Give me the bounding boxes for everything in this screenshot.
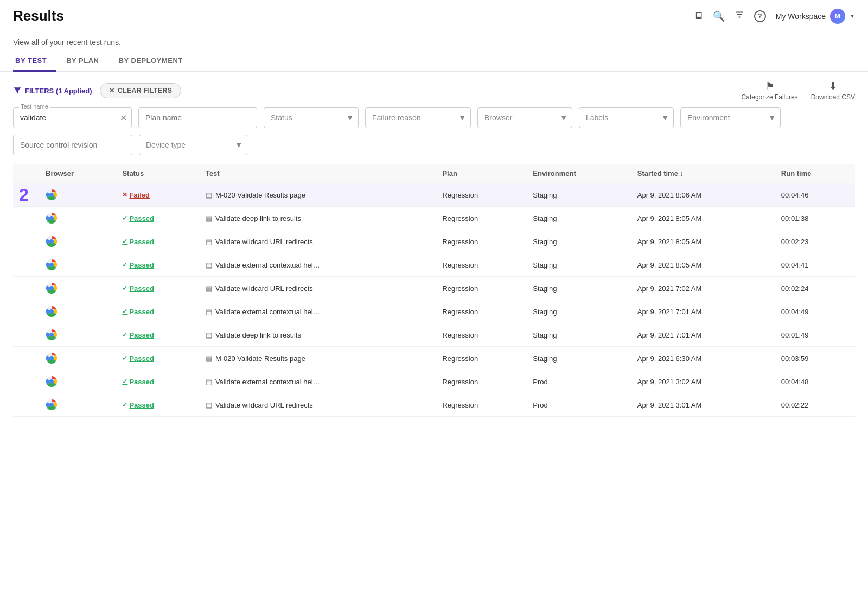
plan-cell: Regression (436, 183, 526, 207)
runtime-cell: 00:01:49 (775, 323, 855, 347)
check-icon: ✓ (122, 308, 127, 315)
results-table: Browser Status Test Plan Environment Sta… (13, 164, 855, 417)
tab-by-deployment[interactable]: BY DEPLOYMENT (117, 50, 193, 72)
test-cell: ▤Validate external contextual hel… (199, 253, 436, 277)
table-row: ✓ Passed▤Validate wildcard URL redirects… (13, 230, 855, 253)
test-name-text: Validate wildcard URL redirects (215, 401, 313, 409)
environment-cell: Staging (526, 230, 630, 253)
runtime-cell: 00:03:59 (775, 347, 855, 370)
browser-select[interactable]: Browser Chrome Firefox Safari (478, 108, 572, 128)
monitor-icon[interactable]: 🖥 (693, 10, 703, 22)
test-name-text: Validate deep link to results (215, 214, 301, 222)
status-passed[interactable]: ✓ Passed (122, 308, 193, 316)
svg-point-23 (50, 357, 53, 360)
status-cell[interactable]: ✓ Passed (116, 323, 199, 347)
filter-icon[interactable] (735, 10, 744, 22)
table-row: ✓ Passed▤Validate wildcard URL redirects… (13, 277, 855, 300)
failure-reason-select[interactable]: Failure reason (366, 108, 470, 128)
chrome-icon (46, 212, 58, 224)
status-passed[interactable]: ✓ Passed (122, 378, 193, 386)
row-number: 2 (13, 183, 39, 207)
status-failed[interactable]: ✕ Failed (122, 191, 193, 199)
status-passed[interactable]: ✓ Passed (122, 214, 193, 222)
th-status: Status (116, 164, 199, 183)
clear-x-icon: ✕ (109, 87, 115, 94)
status-passed[interactable]: ✓ Passed (122, 238, 193, 246)
started-time-cell: Apr 9, 2021 8:05 AM (631, 253, 775, 277)
page-title: Results (13, 8, 64, 24)
table-row: 2 ✕ Failed▤M-020 Validate Results pageRe… (13, 183, 855, 207)
status-select[interactable]: Status Passed Failed (264, 108, 358, 128)
started-time-cell: Apr 9, 2021 3:01 AM (631, 393, 775, 417)
test-name-clear-icon[interactable]: ✕ (120, 113, 127, 123)
status-cell[interactable]: ✓ Passed (116, 277, 199, 300)
status-passed[interactable]: ✓ Passed (122, 261, 193, 269)
test-icon: ▤ (206, 284, 212, 293)
started-time-cell: Apr 9, 2021 3:02 AM (631, 370, 775, 393)
test-cell: ▤Validate deep link to results (199, 207, 436, 230)
table-header-row: Browser Status Test Plan Environment Sta… (13, 164, 855, 183)
status-passed[interactable]: ✓ Passed (122, 401, 193, 409)
svg-point-29 (50, 403, 53, 406)
test-name-input[interactable] (14, 108, 131, 128)
filters-right: ⚑ Categorize Failures ⬇ Download CSV (742, 80, 855, 101)
status-cell[interactable]: ✓ Passed (116, 253, 199, 277)
chrome-icon (46, 189, 58, 201)
status-cell[interactable]: ✓ Passed (116, 393, 199, 417)
row-number (13, 300, 39, 323)
row-number (13, 393, 39, 417)
row-number (13, 230, 39, 253)
environment-select[interactable]: Environment Staging Prod (681, 108, 780, 128)
status-passed[interactable]: ✓ Passed (122, 284, 193, 293)
plan-cell: Regression (436, 253, 526, 277)
test-icon: ▤ (206, 238, 212, 246)
browser-cell (39, 230, 116, 253)
filters-label[interactable]: FILTERS (1 Applied) (13, 86, 92, 96)
source-control-field (13, 135, 132, 155)
status-cell[interactable]: ✓ Passed (116, 207, 199, 230)
categorize-failures-button[interactable]: ⚑ Categorize Failures (742, 80, 798, 101)
status-cell[interactable]: ✓ Passed (116, 347, 199, 370)
search-icon[interactable]: 🔍 (713, 10, 725, 22)
plan-name-input[interactable] (139, 108, 257, 128)
tab-by-test[interactable]: BY TEST (13, 50, 56, 72)
filter-inputs: Test name ✕ Status Passed Failed ▼ Failu… (0, 107, 868, 164)
labels-select[interactable]: Labels (579, 108, 673, 128)
environment-cell: Staging (526, 183, 630, 207)
test-cell: ▤M-020 Validate Results page (199, 347, 436, 370)
browser-cell (39, 323, 116, 347)
environment-cell: Prod (526, 370, 630, 393)
chrome-icon (46, 306, 58, 317)
status-cell[interactable]: ✓ Passed (116, 300, 199, 323)
table-row: ✓ Passed▤Validate deep link to resultsRe… (13, 207, 855, 230)
test-name-text: Validate wildcard URL redirects (215, 238, 313, 246)
status-cell[interactable]: ✕ Failed (116, 183, 199, 207)
help-icon[interactable]: ? (754, 10, 766, 22)
started-time-cell: Apr 9, 2021 7:01 AM (631, 323, 775, 347)
status-passed[interactable]: ✓ Passed (122, 331, 193, 339)
results-table-container: Browser Status Test Plan Environment Sta… (0, 164, 868, 417)
th-started-time[interactable]: Started time ↓ (631, 164, 775, 183)
clear-filters-button[interactable]: ✕ CLEAR FILTERS (100, 83, 182, 98)
environment-cell: Staging (526, 300, 630, 323)
chrome-icon (46, 259, 58, 271)
check-icon: ✓ (122, 401, 127, 409)
test-cell: ▤Validate wildcard URL redirects (199, 277, 436, 300)
status-cell[interactable]: ✓ Passed (116, 230, 199, 253)
svg-point-17 (50, 310, 53, 313)
plan-cell: Regression (436, 370, 526, 393)
status-passed[interactable]: ✓ Passed (122, 354, 193, 363)
check-icon: ✓ (122, 261, 127, 269)
source-control-input[interactable] (14, 135, 131, 155)
chrome-icon (46, 399, 58, 411)
browser-cell (39, 277, 116, 300)
test-icon: ▤ (206, 401, 212, 409)
status-cell[interactable]: ✓ Passed (116, 370, 199, 393)
test-name-float-label: Test name (19, 103, 50, 110)
device-type-select[interactable]: Device type Desktop Mobile (139, 135, 247, 155)
row-number (13, 207, 39, 230)
tab-by-plan[interactable]: BY PLAN (64, 50, 108, 72)
workspace-button[interactable]: My Workspace M ▼ (776, 9, 855, 24)
download-csv-button[interactable]: ⬇ Download CSV (811, 80, 855, 101)
test-name-text: Validate external contextual hel… (215, 308, 320, 316)
